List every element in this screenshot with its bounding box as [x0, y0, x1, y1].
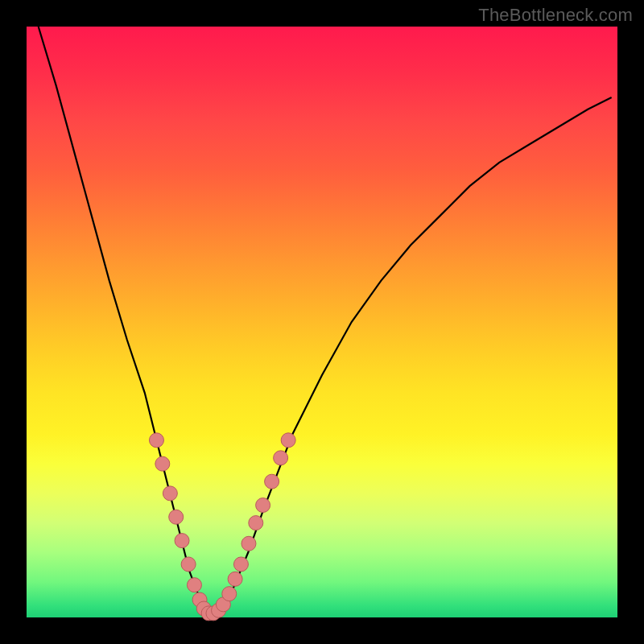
curve-marker	[181, 557, 196, 572]
curve-marker	[222, 587, 237, 601]
chart-stage: TheBottleneck.com	[0, 0, 644, 644]
bottleneck-curve	[39, 27, 612, 614]
curve-marker	[281, 433, 295, 448]
curve-marker	[187, 578, 201, 592]
curve-marker	[265, 474, 279, 489]
curve-marker	[242, 536, 256, 551]
curve-marker	[256, 498, 270, 513]
curve-marker	[274, 451, 288, 465]
curve-marker	[149, 433, 163, 448]
curve-marker	[163, 486, 177, 501]
curve-marker	[169, 510, 184, 524]
curve-marker	[228, 572, 242, 586]
marker-group	[149, 433, 295, 621]
curve-marker	[233, 557, 248, 572]
chart-svg-overlay	[27, 27, 617, 617]
curve-marker	[249, 516, 263, 530]
watermark-text: TheBottleneck.com	[478, 5, 633, 26]
curve-marker	[155, 456, 170, 471]
curve-marker	[175, 534, 189, 548]
